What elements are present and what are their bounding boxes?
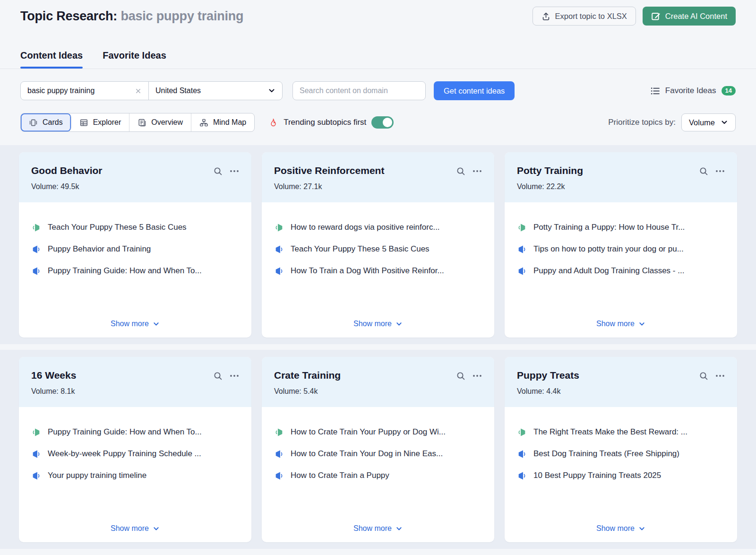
search-topic-icon[interactable] (456, 371, 465, 381)
overview-view-icon (137, 118, 146, 127)
tab-favorite-ideas[interactable]: Favorite Ideas (103, 50, 166, 69)
content-idea-item[interactable]: How to reward dogs via positive reinforc… (274, 222, 482, 233)
content-idea-item[interactable]: Teach Your Puppy These 5 Basic Cues (31, 222, 239, 233)
content-idea-text[interactable]: Tips on how to potty train your dog or p… (533, 244, 684, 254)
search-topic-icon[interactable] (699, 371, 708, 381)
prioritize-label: Prioritize topics by: (608, 118, 676, 127)
more-options-icon[interactable] (230, 170, 239, 173)
content-idea-item[interactable]: How to Crate Train a Puppy (274, 470, 482, 481)
view-tab-overview-label: Overview (151, 118, 183, 127)
card-volume: Volume: 27.1k (274, 182, 482, 191)
show-more-button[interactable]: Show more (353, 524, 403, 535)
more-options-icon[interactable] (230, 374, 239, 377)
create-ai-content-label: Create AI Content (665, 12, 727, 21)
more-options-icon[interactable] (472, 170, 482, 173)
content-idea-text[interactable]: Best Dog Training Treats (Free Shipping) (533, 449, 679, 459)
content-idea-item[interactable]: Best Dog Training Treats (Free Shipping) (517, 449, 725, 459)
megaphone-icon (517, 449, 527, 459)
tab-bar: Content Ideas Favorite Ideas (20, 50, 736, 69)
search-topic-icon[interactable] (699, 166, 708, 176)
show-more-button[interactable]: Show more (111, 524, 160, 535)
chevron-down-icon (268, 87, 275, 95)
megaphone-icon (274, 449, 284, 459)
content-idea-item[interactable]: 10 Best Puppy Training Treats 2025 (517, 470, 725, 481)
show-more-label: Show more (353, 320, 392, 328)
show-more-label: Show more (353, 524, 392, 533)
card-title: Positive Reinforcement (274, 165, 384, 176)
content-idea-text[interactable]: Puppy Training Guide: How and When To... (48, 427, 202, 437)
content-idea-text[interactable]: How to Crate Train a Puppy (291, 470, 389, 481)
create-ai-content-button[interactable]: Create AI Content (643, 7, 736, 26)
toggle-knob (383, 118, 392, 127)
clear-query-icon[interactable] (135, 87, 142, 95)
page-title-prefix: Topic Research: (20, 9, 120, 23)
card-title: Puppy Treats (517, 370, 579, 381)
country-select[interactable]: United States (149, 87, 282, 95)
megaphone-icon (517, 471, 527, 481)
show-more-label: Show more (596, 320, 635, 328)
prioritize-select[interactable]: Volume (681, 113, 736, 131)
content-idea-text[interactable]: Teach Your Puppy These 5 Basic Cues (48, 222, 187, 233)
megaphone-icon (31, 471, 41, 481)
card-volume: Volume: 4.4k (517, 387, 725, 396)
content-idea-text[interactable]: 10 Best Puppy Training Treats 2025 (533, 470, 661, 481)
content-idea-item[interactable]: Your puppy training timeline (31, 470, 239, 481)
topic-query-field[interactable] (21, 87, 148, 95)
content-idea-text[interactable]: Potty Training a Puppy: How to House Tr.… (533, 222, 685, 233)
content-idea-item[interactable]: Puppy Training Guide: How and When To... (31, 266, 239, 276)
view-tab-cards[interactable]: Cards (21, 113, 71, 131)
search-topic-icon[interactable] (213, 166, 223, 176)
content-idea-text[interactable]: How to Crate Train Your Puppy or Dog Wi.… (291, 427, 446, 437)
content-idea-item[interactable]: Week-by-week Puppy Training Schedule ... (31, 449, 239, 459)
content-idea-text[interactable]: How to Crate Train Your Dog in Nine Eas.… (291, 449, 443, 459)
more-options-icon[interactable] (715, 170, 725, 173)
content-idea-item[interactable]: Puppy Behavior and Training (31, 244, 239, 254)
content-idea-item[interactable]: How To Train a Dog With Positive Reinfor… (274, 266, 482, 276)
edit-icon (651, 11, 661, 21)
show-more-button[interactable]: Show more (596, 320, 645, 330)
show-more-button[interactable]: Show more (353, 320, 403, 330)
content-idea-item[interactable]: Puppy Training Guide: How and When To... (31, 427, 239, 437)
content-idea-text[interactable]: How To Train a Dog With Positive Reinfor… (291, 266, 444, 276)
domain-search-input[interactable] (292, 81, 426, 100)
content-idea-text[interactable]: Week-by-week Puppy Training Schedule ... (48, 449, 201, 459)
topic-query-input[interactable] (27, 87, 130, 95)
content-idea-text[interactable]: Puppy Behavior and Training (48, 244, 151, 254)
content-idea-item[interactable]: How to Crate Train Your Dog in Nine Eas.… (274, 449, 482, 459)
get-content-ideas-button[interactable]: Get content ideas (434, 81, 515, 100)
content-idea-item[interactable]: Potty Training a Puppy: How to House Tr.… (517, 222, 725, 233)
prioritize-control: Prioritize topics by: Volume (608, 113, 736, 131)
search-topic-icon[interactable] (213, 371, 223, 381)
show-more-button[interactable]: Show more (596, 524, 645, 535)
search-topic-icon[interactable] (456, 166, 465, 176)
view-tab-overview[interactable]: Overview (129, 113, 191, 131)
card-volume: Volume: 22.2k (517, 182, 725, 191)
content-idea-text[interactable]: The Right Treats Make the Best Reward: .… (533, 427, 687, 437)
country-select-value: United States (155, 87, 201, 95)
content-idea-item[interactable]: Teach Your Puppy These 5 Basic Cues (274, 244, 482, 254)
filters-row: United States Get content ideas Favorite… (20, 81, 736, 100)
content-idea-item[interactable]: The Right Treats Make the Best Reward: .… (517, 427, 725, 437)
content-idea-text[interactable]: Your puppy training timeline (48, 470, 146, 481)
list-icon (650, 86, 660, 96)
content-idea-text[interactable]: How to reward dogs via positive reinforc… (291, 222, 440, 233)
content-idea-item[interactable]: Tips on how to potty train your dog or p… (517, 244, 725, 254)
favorite-ideas-shortcut[interactable]: Favorite Ideas 14 (650, 86, 736, 96)
content-idea-text[interactable]: Teach Your Puppy These 5 Basic Cues (291, 244, 430, 254)
export-topic-button[interactable]: Export topic to XLSX (533, 7, 636, 26)
more-options-icon[interactable] (715, 374, 725, 377)
topic-card-crate-training: Crate Training Volume: 5.4k How to Crate… (262, 357, 494, 542)
content-idea-text[interactable]: Puppy Training Guide: How and When To... (48, 266, 202, 276)
view-tab-explorer[interactable]: Explorer (71, 113, 130, 131)
content-idea-text[interactable]: Puppy and Adult Dog Training Classes - .… (533, 266, 684, 276)
view-tab-mind-map[interactable]: Mind Map (191, 113, 254, 131)
table-view-icon (79, 118, 88, 127)
content-idea-item[interactable]: How to Crate Train Your Puppy or Dog Wi.… (274, 427, 482, 437)
megaphone-icon (31, 244, 41, 254)
more-options-icon[interactable] (472, 374, 482, 377)
content-idea-item[interactable]: Puppy and Adult Dog Training Classes - .… (517, 266, 725, 276)
tab-content-ideas[interactable]: Content Ideas (20, 50, 83, 69)
trending-megaphone-icon (31, 223, 41, 233)
show-more-button[interactable]: Show more (111, 320, 160, 330)
trending-toggle[interactable] (371, 116, 394, 129)
